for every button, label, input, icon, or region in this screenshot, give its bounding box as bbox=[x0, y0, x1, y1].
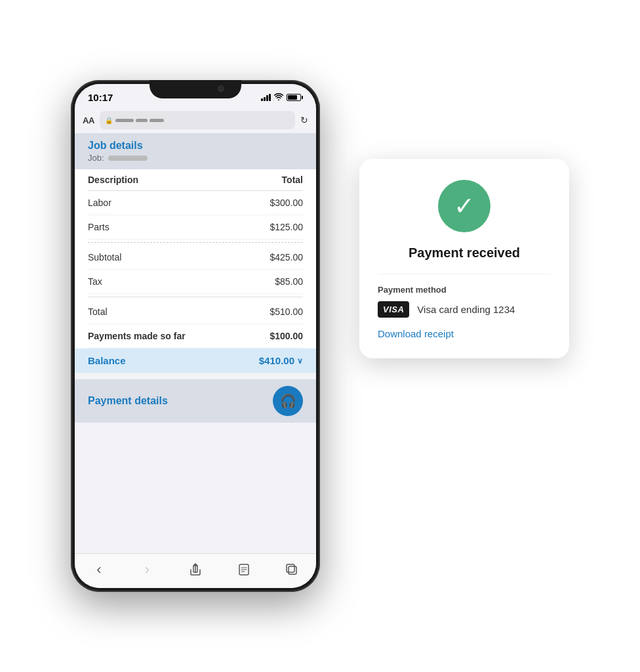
browser-aa-label[interactable]: AA bbox=[83, 116, 94, 125]
status-time: 10:17 bbox=[88, 92, 113, 103]
job-label: Job: bbox=[88, 153, 104, 163]
refresh-icon[interactable]: ↻ bbox=[300, 115, 308, 125]
bar1 bbox=[261, 98, 263, 101]
battery-icon bbox=[287, 94, 303, 101]
lock-icon: 🔒 bbox=[105, 117, 113, 124]
bookmarks-icon bbox=[238, 563, 250, 576]
subtotal-row: Subtotal $425.00 bbox=[88, 245, 303, 270]
job-subtitle: Job: bbox=[88, 153, 303, 163]
total-value: $510.00 bbox=[270, 306, 303, 317]
bottom-toolbar: ‹ › bbox=[75, 553, 316, 588]
url-dot-2 bbox=[136, 119, 148, 122]
labor-row: Labor $300.00 bbox=[88, 191, 303, 215]
bar2 bbox=[264, 97, 266, 101]
visa-badge: VISA bbox=[378, 301, 409, 318]
payments-so-far-label: Payments made so far bbox=[88, 331, 186, 341]
support-button[interactable]: 🎧 bbox=[273, 386, 303, 416]
tax-row: Tax $85.00 bbox=[88, 270, 303, 294]
phone-notch bbox=[150, 80, 241, 98]
job-id-bar bbox=[108, 156, 148, 161]
tabs-icon bbox=[286, 564, 298, 576]
status-icons bbox=[261, 93, 303, 102]
signal-bars-icon bbox=[261, 94, 271, 101]
bar4 bbox=[269, 94, 271, 101]
url-bar[interactable]: 🔒 bbox=[100, 111, 295, 129]
bar3 bbox=[266, 95, 268, 101]
invoice-header-row: Description Total bbox=[88, 169, 303, 191]
total-label: Total bbox=[88, 306, 108, 317]
dashed-divider bbox=[88, 242, 303, 243]
payment-details-title: Payment details bbox=[88, 395, 168, 407]
total-row: Total $510.00 bbox=[88, 300, 303, 324]
success-circle: ✓ bbox=[438, 180, 490, 232]
share-icon bbox=[190, 563, 201, 576]
scene: 10:17 bbox=[71, 54, 569, 618]
checkmark-icon: ✓ bbox=[454, 194, 475, 219]
job-details-title: Job details bbox=[88, 140, 303, 152]
payments-so-far-row: Payments made so far $100.00 bbox=[88, 324, 303, 348]
share-button[interactable] bbox=[184, 560, 207, 579]
payment-method-row: VISA Visa card ending 1234 bbox=[378, 301, 551, 318]
desc-header: Description bbox=[88, 175, 138, 185]
payment-received-title: Payment received bbox=[409, 245, 520, 261]
url-dot-3 bbox=[150, 119, 164, 122]
phone-screen: 10:17 bbox=[75, 84, 316, 588]
tabs-button[interactable] bbox=[280, 560, 304, 579]
parts-row: Parts $125.00 bbox=[88, 215, 303, 240]
download-receipt-link[interactable]: Download receipt bbox=[378, 328, 454, 339]
balance-label: Balance bbox=[88, 355, 126, 366]
chevron-down-icon: ∨ bbox=[297, 356, 303, 366]
invoice-table: Description Total Labor $300.00 Parts $1… bbox=[75, 169, 316, 373]
payments-so-far-value: $100.00 bbox=[270, 331, 303, 341]
payment-method-section: Payment method VISA Visa card ending 123… bbox=[378, 274, 551, 340]
support-icon: 🎧 bbox=[280, 393, 296, 409]
back-icon: ‹ bbox=[96, 561, 101, 578]
tax-label: Tax bbox=[88, 276, 102, 287]
browser-bar: AA 🔒 ↻ bbox=[75, 107, 316, 133]
subtotal-label: Subtotal bbox=[88, 252, 121, 262]
bookmarks-button[interactable] bbox=[232, 560, 256, 579]
front-camera bbox=[218, 85, 224, 92]
solid-divider bbox=[88, 297, 303, 297]
wifi-icon bbox=[274, 93, 283, 102]
parts-value: $125.00 bbox=[270, 222, 303, 232]
balance-amount: $410.00 bbox=[259, 355, 294, 366]
balance-value-container: $410.00 ∨ bbox=[259, 355, 303, 366]
page-content: Job details Job: Description Total bbox=[75, 133, 316, 436]
labor-value: $300.00 bbox=[270, 198, 303, 208]
url-dot-1 bbox=[115, 119, 134, 122]
payment-details-section: Payment details 🎧 bbox=[75, 379, 316, 423]
back-button[interactable]: ‹ bbox=[87, 560, 111, 579]
total-header: Total bbox=[282, 175, 303, 185]
url-dots bbox=[115, 119, 164, 122]
visa-description: Visa card ending 1234 bbox=[417, 304, 515, 315]
forward-icon: › bbox=[145, 561, 150, 578]
payment-method-label: Payment method bbox=[378, 285, 551, 295]
svg-rect-3 bbox=[287, 564, 294, 572]
forward-button[interactable]: › bbox=[135, 560, 159, 579]
svg-rect-2 bbox=[289, 566, 296, 574]
parts-label: Parts bbox=[88, 222, 110, 232]
labor-label: Labor bbox=[88, 198, 111, 208]
balance-row[interactable]: Balance $410.00 ∨ bbox=[75, 348, 316, 373]
phone-shell: 10:17 bbox=[71, 80, 320, 592]
job-details-header: Job details Job: bbox=[75, 133, 316, 169]
subtotal-value: $425.00 bbox=[270, 252, 303, 262]
payment-received-card: ✓ Payment received Payment method VISA V… bbox=[359, 159, 569, 358]
tax-value: $85.00 bbox=[275, 276, 303, 287]
